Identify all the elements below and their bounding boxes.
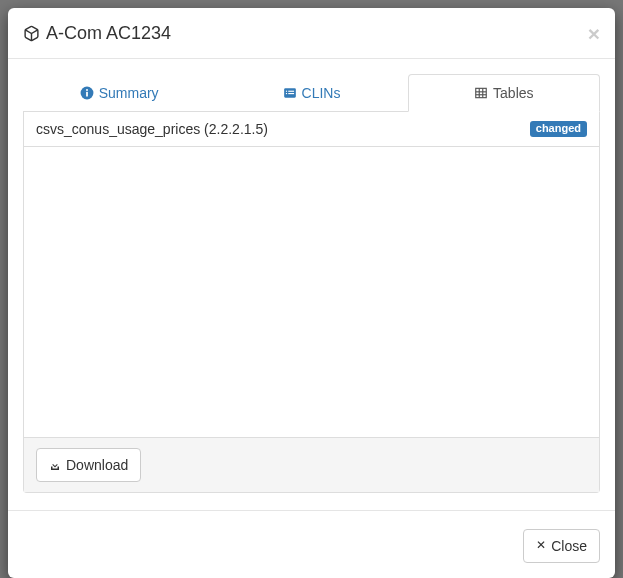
modal-title: A-Com AC1234 [23,23,171,44]
table-item-version: (2.2.2.1.5) [204,121,268,137]
modal-header: A-Com AC1234 × [8,8,615,59]
cube-icon [23,25,40,42]
svg-rect-2 [86,92,88,97]
svg-rect-6 [288,91,294,92]
panel-body [24,147,599,437]
tab-clins-link[interactable]: CLINs [215,74,407,112]
list-alt-icon [283,86,297,100]
table-icon [474,86,488,100]
tab-summary-label: Summary [99,85,159,101]
download-button[interactable]: Download [36,448,141,482]
status-badge: changed [530,121,587,137]
panel-footer: Download [24,437,599,492]
tab-summary: Summary [23,74,215,111]
svg-rect-15 [51,467,53,470]
tab-tables-link[interactable]: Tables [408,74,600,112]
close-button[interactable]: ✕ Close [523,529,600,563]
tab-tables: Tables [408,74,600,111]
svg-point-3 [86,89,88,91]
panel-heading[interactable]: csvs_conus_usage_prices (2.2.2.1.5) chan… [24,112,599,147]
info-circle-icon [80,86,94,100]
modal-title-text: A-Com AC1234 [46,23,171,44]
tab-clins-label: CLINs [302,85,341,101]
download-button-label: Download [66,455,128,475]
tab-tables-label: Tables [493,85,533,101]
table-panel: csvs_conus_usage_prices (2.2.2.1.5) chan… [24,112,599,492]
svg-rect-16 [58,467,60,470]
times-icon: ✕ [536,537,546,554]
modal-dialog: A-Com AC1234 × Summary [8,8,615,578]
modal-footer: ✕ Close [8,510,615,578]
tab-summary-link[interactable]: Summary [23,74,215,112]
svg-rect-9 [476,88,487,97]
close-icon[interactable]: × [588,23,600,44]
close-button-label: Close [551,536,587,556]
svg-rect-8 [288,93,294,94]
svg-rect-7 [285,93,286,94]
svg-rect-5 [285,91,286,92]
tab-content: csvs_conus_usage_prices (2.2.2.1.5) chan… [23,112,600,493]
table-item-name: csvs_conus_usage_prices [36,121,200,137]
nav-tabs: Summary CLINs [23,74,600,112]
modal-body: Summary CLINs [8,59,615,510]
download-icon [49,459,61,471]
tab-clins: CLINs [215,74,407,111]
table-item-title: csvs_conus_usage_prices (2.2.2.1.5) [36,121,268,137]
